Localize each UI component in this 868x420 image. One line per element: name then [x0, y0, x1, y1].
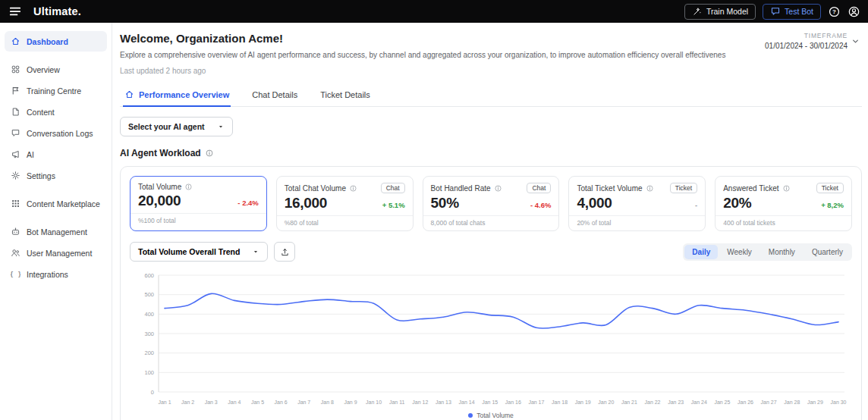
sidebar-item-label: Settings [27, 171, 55, 180]
x-tick-label: Jan 10 [366, 400, 382, 405]
kpi-footnote: 20% of total [569, 215, 705, 230]
sidebar-item[interactable]: AI [5, 144, 107, 165]
period-toggle-group: Daily Weekly Monthly Quarterly [683, 243, 852, 261]
sidebar-item[interactable]: Conversation Logs [5, 123, 107, 143]
sidebar-item[interactable]: User Management [5, 243, 107, 263]
sidebar-item[interactable]: Overview [5, 59, 107, 80]
x-tick-label: Jan 16 [505, 400, 521, 405]
profile-button[interactable] [848, 5, 860, 18]
kpi-value: 20,000 [138, 193, 181, 209]
info-icon[interactable] [205, 149, 214, 158]
tab-label: Ticket Details [320, 90, 370, 99]
x-tick-label: Jan 5 [251, 400, 264, 405]
test-bot-label: Test Bot [785, 7, 813, 16]
x-tick-label: Jan 22 [644, 400, 660, 405]
x-tick-label: Jan 14 [459, 400, 475, 405]
chart-legend: Total Volume [130, 410, 852, 420]
x-tick-label: Jan 18 [552, 400, 568, 405]
kpi-title: Answered Ticket [723, 184, 778, 193]
kpi-value: 50% [431, 195, 459, 212]
workload-title-text: AI Agent Workload [120, 148, 201, 158]
x-tick-label: Jan 7 [297, 400, 310, 405]
kpi-change: - [695, 201, 697, 212]
sidebar-item[interactable]: Content [5, 102, 107, 122]
info-icon[interactable] [782, 184, 791, 193]
kpi-card[interactable]: Bot Handled Rate Chat 50% - 4.6% 8,000 o… [423, 176, 560, 231]
period-button[interactable]: Weekly [719, 245, 760, 259]
sidebar-item[interactable]: { } Integrations [5, 264, 107, 284]
home-icon [124, 89, 134, 99]
period-button[interactable]: Quarterly [804, 245, 851, 259]
help-button[interactable]: ? [828, 5, 841, 18]
channel-badge: Ticket [816, 183, 844, 193]
trend-select[interactable]: Total Volume Overall Trend [130, 242, 268, 262]
train-model-button[interactable]: Train Model [684, 4, 756, 20]
menu-icon[interactable] [8, 4, 23, 19]
megaphone-icon [11, 149, 20, 159]
kpi-card[interactable]: Total Chat Volume Chat 16,000 + 5.1% %80… [276, 176, 414, 231]
timeframe-value: 01/01/2024 - 30/01/2024 [765, 42, 848, 50]
timeframe-text: TIMEFRAME 01/01/2024 - 30/01/2024 [765, 32, 848, 50]
period-button[interactable]: Daily [684, 245, 718, 259]
x-tick-label: Jan 30 [830, 400, 846, 405]
test-bot-button[interactable]: Test Bot [763, 4, 821, 20]
sidebar-item[interactable]: Dashboard [5, 31, 107, 52]
wand-icon [692, 6, 703, 17]
chart-area: 0100200300400500600Jan 1Jan 2Jan 3Jan 4J… [130, 268, 852, 420]
info-icon[interactable] [646, 184, 654, 193]
kpi-card[interactable]: Answered Ticket Ticket 20% + 8,2% 400 of… [715, 176, 852, 231]
x-tick-label: Jan 20 [598, 400, 614, 405]
kpi-title: Bot Handled Rate [431, 184, 491, 193]
kpi-value: 16,000 [285, 195, 327, 212]
timeframe-label: TIMEFRAME [765, 32, 848, 39]
info-icon[interactable] [494, 184, 502, 193]
tab-bar: Performance Overview Chat Details Ticket… [120, 84, 862, 107]
x-tick-label: Jan 8 [321, 400, 334, 405]
export-button[interactable] [274, 242, 295, 262]
timeframe-selector[interactable]: TIMEFRAME 01/01/2024 - 30/01/2024 [765, 32, 860, 50]
sidebar: Dashboard Overview Training Centre Conte… [0, 23, 112, 420]
agent-select[interactable]: Select your AI agent [120, 117, 233, 136]
kpi-footnote: 8,000 of total chats [423, 215, 559, 230]
sidebar-item[interactable]: Settings [5, 165, 107, 186]
x-tick-label: Jan 3 [205, 400, 218, 405]
flag-icon [11, 86, 20, 96]
app-logo: Ultimate. [33, 5, 81, 17]
info-icon[interactable] [349, 184, 357, 193]
home-icon [11, 36, 20, 46]
upload-icon [280, 247, 290, 257]
x-tick-label: Jan 15 [482, 400, 498, 405]
tab[interactable]: Performance Overview [123, 84, 231, 107]
kpi-card[interactable]: Total Volume 20,000 - 2.4% %100 of total [130, 176, 267, 231]
topbar-actions: Train Model Test Bot ? [684, 4, 860, 20]
period-button[interactable]: Monthly [761, 245, 803, 259]
tab[interactable]: Chat Details [250, 84, 299, 107]
sidebar-item-label: Bot Management [27, 227, 87, 237]
kpi-change: + 8,2% [821, 201, 844, 212]
kpi-change: - 4.6% [530, 201, 551, 212]
y-tick-label: 300 [144, 331, 154, 337]
chevron-down-icon [851, 36, 860, 46]
x-tick-label: Jan 28 [784, 400, 800, 405]
x-tick-label: Jan 29 [807, 400, 823, 405]
info-icon[interactable] [184, 183, 193, 191]
x-tick-label: Jan 1 [158, 400, 171, 405]
tab[interactable]: Ticket Details [319, 84, 372, 107]
sidebar-item[interactable]: Training Centre [5, 80, 107, 101]
sidebar-item[interactable]: Content Marketplace [5, 193, 107, 214]
kpi-card[interactable]: Total Ticket Volume Ticket 4,000 - 20% o… [568, 176, 706, 231]
sidebar-item-label: Overview [27, 65, 60, 74]
y-tick-label: 100 [144, 369, 154, 376]
trend-line [165, 293, 838, 328]
main-content: Welcome, Organization Acme! Explore a co… [112, 23, 868, 420]
chat-bubble-icon [770, 6, 781, 17]
chart-controls: Total Volume Overall Trend Daily Weekly … [130, 242, 852, 262]
trend-line-chart: 0100200300400500600Jan 1Jan 2Jan 3Jan 4J… [130, 268, 852, 410]
page-title: Welcome, Organization Acme! [120, 32, 862, 45]
kpi-value: 20% [723, 195, 751, 212]
x-tick-label: Jan 6 [275, 400, 288, 405]
kpi-change: - 2.4% [237, 199, 258, 209]
workload-panel: Total Volume 20,000 - 2.4% %100 of total [120, 166, 862, 420]
kpi-footnote: 400 of total tickets [715, 215, 851, 230]
sidebar-item[interactable]: Bot Management [5, 221, 107, 242]
